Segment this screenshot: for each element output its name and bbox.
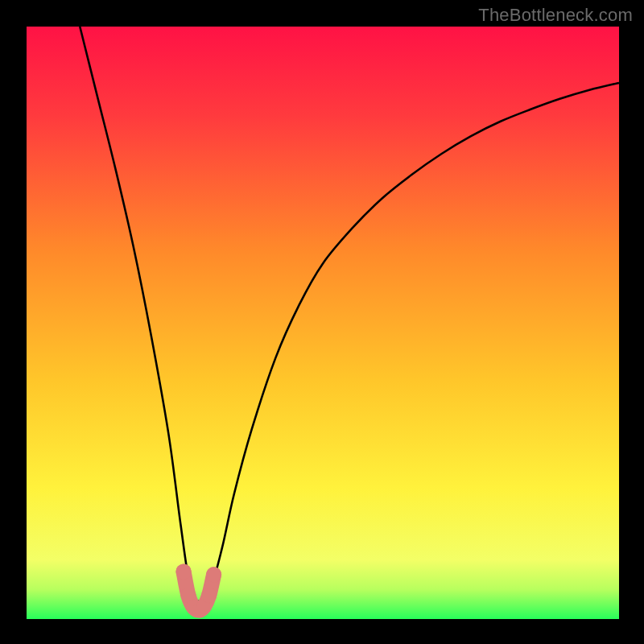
bottleneck-curve bbox=[80, 27, 619, 601]
minimum-marker-dot bbox=[175, 564, 191, 580]
chart-svg bbox=[27, 27, 619, 619]
minimum-marker-group bbox=[175, 564, 221, 618]
minimum-marker-dot bbox=[206, 567, 221, 582]
minimum-marker-dot bbox=[201, 588, 217, 603]
chart-frame: TheBottleneck.com bbox=[0, 0, 644, 644]
watermark-text: TheBottleneck.com bbox=[478, 5, 633, 26]
